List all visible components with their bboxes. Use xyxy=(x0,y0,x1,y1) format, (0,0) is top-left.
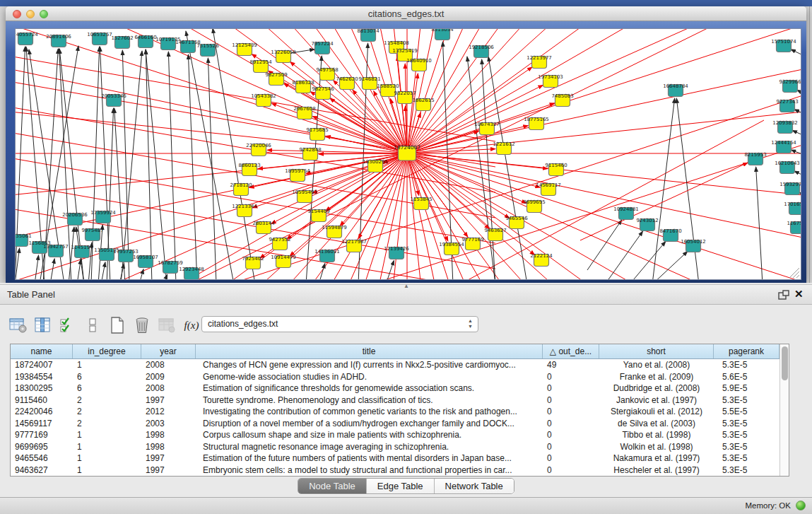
table-row[interactable]: 946554611997Estimation of the future num… xyxy=(11,452,779,465)
clear-selection-button[interactable] xyxy=(81,314,104,337)
table-cell: Yano et al. (2008) xyxy=(599,359,714,371)
network-node-label: 1527602 xyxy=(111,35,133,41)
column-header-name[interactable]: name xyxy=(11,344,73,358)
table-row[interactable]: 977716911998Corpus callosum shape and si… xyxy=(11,429,779,441)
table-row[interactable]: 2242004622012Investigating the contribut… xyxy=(11,406,779,418)
column-header-year[interactable]: year xyxy=(141,344,196,358)
table-cell: Genome-wide association studies in ADHD. xyxy=(196,371,543,383)
table-cell: 0 xyxy=(543,395,599,407)
function-builder-button[interactable]: f(x) xyxy=(180,314,203,337)
import-table-button[interactable] xyxy=(155,314,178,337)
panel-divider-grip[interactable]: ▲ xyxy=(404,283,409,289)
network-node-label: 17139426 xyxy=(384,246,409,252)
table-cell: Estimation of the future numbers of pati… xyxy=(196,452,543,465)
tab-node-table[interactable]: Node Table xyxy=(298,479,367,493)
table-cell: 2 xyxy=(73,406,141,418)
tab-edge-table[interactable]: Edge Table xyxy=(367,479,435,493)
fx-icon: f(x) xyxy=(184,320,199,332)
table-row[interactable]: 946362711997Embryonic stem cells: a mode… xyxy=(11,465,779,477)
table-cell: 1 xyxy=(73,465,141,477)
table-panel-header: ▲ Table Panel ✕ xyxy=(0,284,812,305)
float-panel-icon[interactable] xyxy=(778,290,789,300)
table-cell: Dudbridge et al. (2008) xyxy=(599,382,714,395)
network-node-label: 9322037 xyxy=(394,90,416,96)
column-header-pagerank[interactable]: pagerank xyxy=(714,344,779,358)
column-header-out-de-[interactable]: △ out_de... xyxy=(543,344,599,358)
new-table-button[interactable] xyxy=(106,314,129,337)
table-cell: 9699695 xyxy=(11,441,73,453)
table-cell: Disruption of a novel member of a sodium… xyxy=(196,418,543,430)
table-cell: de Silva et al. (2003) xyxy=(599,418,714,430)
network-node-label: 19384554 xyxy=(439,242,464,247)
network-node-label: 17957253 xyxy=(113,249,139,255)
network-node-label: 1145194 xyxy=(71,245,93,250)
table-cell: Nakamura et al. (1997) xyxy=(599,452,714,465)
network-node-label: 20891406 xyxy=(46,34,71,40)
network-window-titlebar[interactable]: citations_edges.txt xyxy=(6,6,806,21)
close-panel-icon[interactable]: ✕ xyxy=(794,288,804,300)
network-node-label: 11548408 xyxy=(384,40,409,46)
network-node-label: 7462620 xyxy=(336,76,358,82)
table-cell: 5.3E-5 xyxy=(714,429,779,441)
select-column-button[interactable] xyxy=(32,314,54,337)
table-cell: 5.3E-5 xyxy=(714,395,779,407)
table-row[interactable]: 1872400712008Changes of HCN gene express… xyxy=(11,359,779,371)
network-node-label: 9463627 xyxy=(484,228,506,233)
network-node-label: 9154409 xyxy=(307,209,329,214)
table-cell: 1997 xyxy=(141,395,196,407)
table-cell: Embryonic stem cells: a model to study s… xyxy=(196,465,543,477)
network-canvas-svg[interactable]: 1212543989129541322605898275091054338281… xyxy=(16,29,801,279)
table-cell: Estimation of significance thresholds fo… xyxy=(196,382,543,395)
table-cell: 2 xyxy=(73,395,141,407)
table-cell: 5.3E-5 xyxy=(714,465,779,477)
tab-network-table[interactable]: Network Table xyxy=(435,479,514,493)
table-row[interactable]: 1938455462009Genome-wide association stu… xyxy=(11,371,779,383)
table-vertical-scrollbar[interactable] xyxy=(779,344,789,476)
network-node-label: 1167533 xyxy=(787,221,801,226)
window-edge-divider xyxy=(809,6,810,283)
table-panel-title: Table Panel xyxy=(7,289,55,300)
table-cell: Tourette syndrome. Phenomenology and cla… xyxy=(196,395,543,407)
select-all-button[interactable] xyxy=(57,314,79,337)
network-node-label: 10595493 xyxy=(292,189,317,195)
table-cell: 5.6E-5 xyxy=(714,371,779,383)
network-node-label: 9146821 xyxy=(358,76,380,82)
table-cell: 0 xyxy=(543,371,599,383)
table-cell: Franke et al. (2009) xyxy=(599,371,714,383)
column-header-title[interactable]: title xyxy=(196,344,543,358)
network-node-label: 12444154 xyxy=(771,140,796,146)
table-cell: 6 xyxy=(73,382,141,395)
table-cell: 6 xyxy=(73,371,141,383)
table-cell: 0 xyxy=(543,382,599,395)
network-node-label: 20053346 xyxy=(101,93,126,99)
network-node-label: 19218506 xyxy=(469,45,494,50)
column-header-in-degree[interactable]: in_degree xyxy=(73,344,141,358)
network-node-label: 12093832 xyxy=(772,120,798,126)
table-settings-button[interactable] xyxy=(7,314,30,337)
table-cell: Investigating the contribution of common… xyxy=(196,406,543,418)
scrollbar-thumb[interactable] xyxy=(782,346,788,380)
table-selector-value: citations_edges.txt xyxy=(208,319,278,329)
table-cell: 9465546 xyxy=(11,452,73,465)
network-node-label: 1221612 xyxy=(493,141,514,147)
column-header-short[interactable]: short xyxy=(599,344,714,358)
table-cell: 0 xyxy=(543,452,599,465)
memory-indicator-icon[interactable] xyxy=(796,501,806,510)
table-row[interactable]: 969969511998Structural magnetic resonanc… xyxy=(11,441,779,453)
network-node-label: 6466160 xyxy=(134,35,156,40)
table-cell: 0 xyxy=(543,406,599,418)
table-row[interactable]: 1830029562008Estimation of significance … xyxy=(11,382,779,395)
table-cell: 19384554 xyxy=(11,371,73,383)
table-cell: 1997 xyxy=(141,465,196,477)
network-node-label: 16782759 xyxy=(158,260,183,266)
table-selector-dropdown[interactable]: citations_edges.txt ▲▼ xyxy=(201,316,478,332)
network-canvas[interactable]: 1212543989129541322605898275091054338281… xyxy=(15,28,801,280)
network-node-label: 8186328 xyxy=(292,80,314,86)
table-row[interactable]: 911546021997Tourette syndrome. Phenomeno… xyxy=(11,395,779,407)
table-row[interactable]: 1456911722003Disruption of a novel membe… xyxy=(11,418,779,430)
app-top-strip xyxy=(0,0,812,6)
network-node-label: 18724007 xyxy=(394,144,420,151)
delete-table-button[interactable] xyxy=(131,314,153,337)
network-node-label: 15932971 xyxy=(779,182,801,187)
table-cell: 14569117 xyxy=(11,418,73,430)
